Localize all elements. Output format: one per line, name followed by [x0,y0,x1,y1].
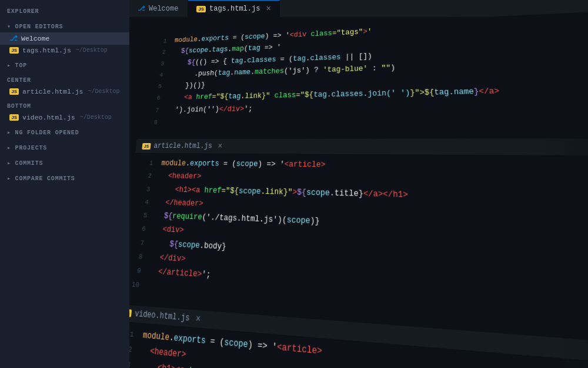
code-panels: 1module.exports = (scope) => '<div class… [129,5,588,368]
sidebar-path-article: ~/Desktop [88,88,120,95]
commits-title: ▸ COMMITS [0,154,129,169]
js-icon-panel: JS [142,142,151,149]
js-icon-panel-video: JS [129,309,132,317]
sidebar-item-article[interactable]: JS article.html.js ~/Desktop [0,86,129,97]
sidebar-path-tags: ~/Desktop [76,47,108,54]
code-body-article: 1module.exports = (scope) => '<article> … [129,154,588,335]
js-icon-article: JS [9,88,19,95]
explorer-title: EXPLORER [0,2,129,17]
js-icon-tags: JS [9,47,19,54]
panel-filename-article: article.html.js [153,142,213,150]
top-title: ▸ TOP [0,56,129,71]
tab-tags[interactable]: JS tags.html.js × [188,0,280,17]
ng-folder-title: ▸ NG FOLDER OPENED [0,123,129,138]
open-editors-title: ▾ OPEN EDITORS [0,17,129,32]
bottom-title: BOTTOM [0,97,129,112]
sidebar-label-tags: tags.html.js [22,47,71,54]
sidebar-path-video: ~/Desktop [80,114,112,121]
sidebar-item-welcome[interactable]: ⎇ Welcome [0,32,129,45]
tab-welcome[interactable]: ⎇ Welcome [129,0,188,17]
js-icon-video: JS [9,114,19,121]
vscode-icon: ⎇ [9,34,18,43]
panel-close-video[interactable]: × [195,313,201,324]
code-panel-article: JS article.html.js × 1module.exports = (… [129,138,588,334]
tab-close-button[interactable]: × [266,4,270,14]
tab-tags-label: tags.html.js [209,5,260,13]
sidebar-label-welcome: Welcome [21,35,49,42]
compare-commits-title: ▸ COMPARE COMMITS [0,169,129,184]
panel-close[interactable]: × [218,141,223,151]
sidebar-item-video[interactable]: JS video.html.js ~/Desktop [0,112,129,123]
projects-title: ▸ PROJECTS [0,138,129,154]
sidebar-item-tags[interactable]: JS tags.html.js ~/Desktop [0,45,129,56]
tab-welcome-label: Welcome [149,5,178,13]
tab-vscode-icon: ⎇ [138,5,145,12]
code-body-tags: 1module.exports = (scope) => '<div class… [138,11,588,132]
panel-filename-video: video.html.js [134,309,190,323]
sidebar-label-article: article.html.js [22,88,83,95]
code-panel-tags: 1module.exports = (scope) => '<div class… [138,11,588,132]
tab-js-icon: JS [196,6,206,12]
sidebar: EXPLORER ▾ OPEN EDITORS ⎇ Welcome JS tag… [0,0,129,368]
sidebar-label-video: video.html.js [22,114,75,121]
center-title: CENTER [0,71,129,86]
editor-area: ⎇ Welcome JS tags.html.js × 1module.expo… [129,0,588,368]
